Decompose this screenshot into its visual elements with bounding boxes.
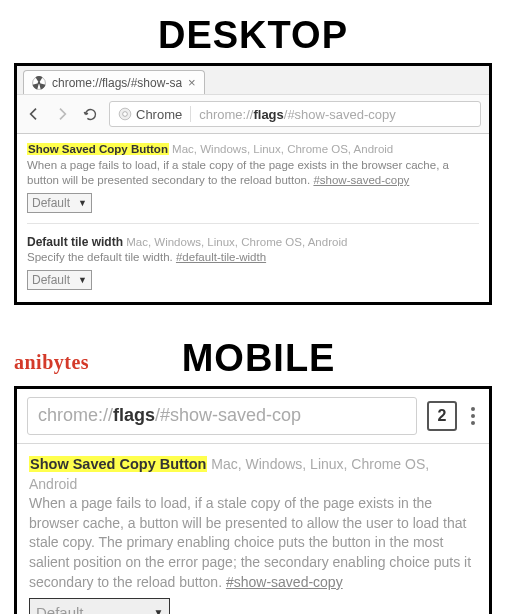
tab-strip: chrome://flags/#show-sa × — [17, 66, 489, 94]
brand-watermark: anibytes — [14, 351, 89, 386]
flag-title: Show Saved Copy Button — [29, 456, 207, 472]
flag-hash-link[interactable]: #default-tile-width — [176, 251, 266, 263]
flag-title: Show Saved Copy Button — [27, 143, 169, 155]
mobile-content: Show Saved Copy Button Mac, Windows, Lin… — [17, 444, 489, 614]
chrome-icon — [118, 107, 132, 121]
flag-select[interactable]: Default▼ — [29, 598, 170, 614]
forward-button[interactable] — [53, 105, 71, 123]
tab-title: chrome://flags/#show-sa — [52, 76, 182, 90]
chrome-label: Chrome — [136, 107, 182, 122]
flag-select[interactable]: Default▼ — [27, 193, 92, 213]
reload-button[interactable] — [81, 105, 99, 123]
url-text: chrome://flags/#show-saved-copy — [199, 107, 396, 122]
flag-description: When a page fails to load, if a stale co… — [27, 158, 479, 189]
address-bar[interactable]: Chrome chrome://flags/#show-saved-copy — [109, 101, 481, 127]
flag-hash-link[interactable]: #show-saved-copy — [226, 574, 343, 590]
heading-desktop: DESKTOP — [14, 14, 492, 57]
chevron-down-icon: ▼ — [78, 197, 87, 209]
chevron-down-icon: ▼ — [154, 606, 164, 614]
menu-button[interactable] — [467, 403, 479, 429]
radiation-icon — [32, 76, 46, 90]
toolbar: Chrome chrome://flags/#show-saved-copy — [17, 94, 489, 133]
divider — [27, 223, 479, 224]
mobile-toolbar: chrome://flags/#show-saved-cop 2 — [17, 389, 489, 444]
svg-point-3 — [123, 112, 128, 117]
site-identity: Chrome — [118, 107, 182, 122]
address-bar[interactable]: chrome://flags/#show-saved-cop — [27, 397, 417, 435]
desktop-content: Show Saved Copy Button Mac, Windows, Lin… — [17, 134, 489, 302]
back-button[interactable] — [25, 105, 43, 123]
flag-description: When a page fails to load, if a stale co… — [29, 494, 477, 592]
flag-title: Default tile width — [27, 235, 123, 249]
browser-tab[interactable]: chrome://flags/#show-sa × — [23, 70, 205, 94]
flag-platforms: Mac, Windows, Linux, Chrome OS, Android — [169, 143, 393, 155]
desktop-panel: chrome://flags/#show-sa × Chrome chrome:… — [14, 63, 492, 305]
chevron-down-icon: ▼ — [78, 274, 87, 286]
url-text: chrome://flags/#show-saved-cop — [38, 405, 301, 426]
close-icon[interactable]: × — [188, 75, 196, 90]
flag-platforms: Mac, Windows, Linux, Chrome OS, Android — [123, 236, 347, 248]
heading-mobile: MOBILE — [95, 337, 422, 380]
flag-select[interactable]: Default▼ — [27, 270, 92, 290]
tab-switcher-button[interactable]: 2 — [427, 401, 457, 431]
mobile-panel: chrome://flags/#show-saved-cop 2 Show Sa… — [14, 386, 492, 614]
flag-hash-link[interactable]: #show-saved-copy — [313, 174, 409, 186]
flag-description: Specify the default tile width. #default… — [27, 250, 479, 266]
